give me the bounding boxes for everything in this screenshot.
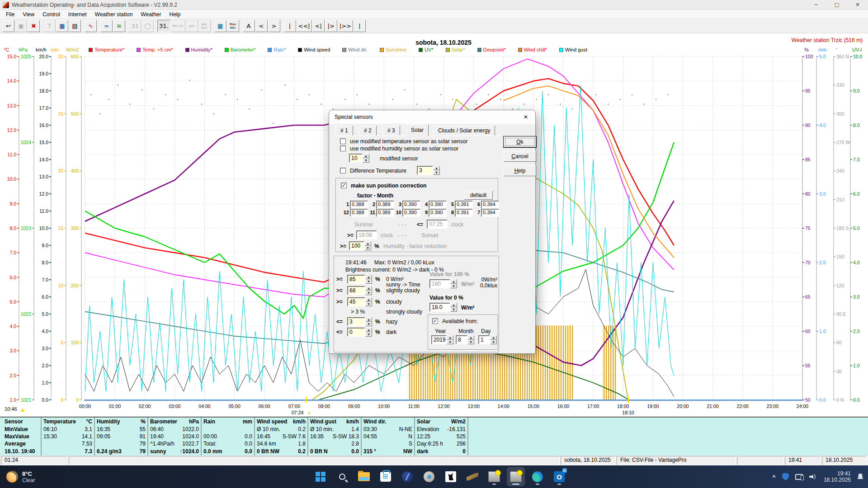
- threshold-slightly-cloudy-field[interactable]: 68: [347, 286, 365, 295]
- threshold-dark-field-spin-up-icon[interactable]: ▲: [365, 328, 372, 332]
- legend-item-wind-gust[interactable]: Wind gust: [559, 47, 587, 52]
- threshold-0-w-m--field-spin-up-icon[interactable]: ▲: [365, 275, 372, 279]
- tab-solar[interactable]: Solar: [406, 124, 429, 136]
- humidity-reduction-field-spin-down-icon[interactable]: ▼: [364, 246, 371, 250]
- file-explorer-icon[interactable]: [355, 468, 373, 486]
- modified-sensor-field-spinner[interactable]: ▲▼: [363, 154, 369, 163]
- day-button[interactable]: 31.: [157, 20, 170, 32]
- sunrise-time-field[interactable]: 07:25: [427, 220, 448, 229]
- notifications-bell-icon[interactable]: [857, 474, 863, 480]
- tray-clock[interactable]: 19:41 18.10.2025: [824, 470, 851, 483]
- minimize-button[interactable]: ─: [806, 0, 826, 10]
- chart-multi-button[interactable]: ≋: [113, 20, 125, 32]
- day-field[interactable]: 1: [478, 335, 490, 344]
- year-field[interactable]: 2019: [431, 335, 447, 344]
- range-start-button[interactable]: |: [284, 20, 296, 32]
- fast-fwd-button[interactable]: |>>: [338, 20, 353, 32]
- step-back-button[interactable]: <|: [312, 20, 325, 32]
- annotate-button[interactable]: A: [243, 20, 255, 32]
- menu-weather-station[interactable]: Weather station: [91, 10, 137, 19]
- threshold-dark-field[interactable]: 0: [347, 328, 365, 337]
- maxmin-button[interactable]: Max Min: [227, 20, 239, 32]
- legend-item-humidity-[interactable]: Humidity*: [185, 47, 212, 52]
- threshold-0-w-m--field-spinner[interactable]: ▲▼: [365, 275, 372, 284]
- factor-row2-field[interactable]: 0.388: [350, 209, 368, 217]
- dialog-titlebar[interactable]: Special sensors ✕: [329, 110, 535, 124]
- legend-item-wind-chill-[interactable]: Wind chill*: [518, 47, 547, 52]
- difference-temperature-field-spin-up-icon[interactable]: ▲: [433, 166, 440, 170]
- threshold-cloudy-field-spinner[interactable]: ▲▼: [365, 297, 372, 306]
- app-animal-icon[interactable]: [442, 468, 459, 486]
- humidity-reduction-field[interactable]: 100: [349, 241, 364, 250]
- year-field-spin-down-icon[interactable]: ▼: [447, 340, 453, 344]
- factor-row1-field[interactable]: 0.388: [350, 201, 368, 209]
- help-button[interactable]: Help: [504, 165, 536, 176]
- display-icon[interactable]: [795, 474, 803, 480]
- factor-row1-field[interactable]: 0.394: [481, 201, 499, 209]
- difference-temperature-checkbox[interactable]: [340, 168, 346, 174]
- threshold-0-w-m--field[interactable]: 85: [347, 275, 365, 284]
- ok-button[interactable]: Ok: [504, 136, 536, 147]
- use-modified-humidity-checkbox[interactable]: [340, 145, 346, 151]
- threshold-slightly-cloudy-field-spin-up-icon[interactable]: ▲: [365, 286, 372, 291]
- factor-row1-field[interactable]: 0.390: [429, 201, 447, 209]
- default-button[interactable]: default: [464, 191, 493, 200]
- humidity-reduction-field-spin-up-icon[interactable]: ▲: [364, 241, 371, 246]
- menu-weather[interactable]: Weather: [137, 10, 165, 19]
- chart-temp-button[interactable]: ∿: [85, 20, 97, 32]
- search-icon[interactable]: [334, 468, 351, 486]
- legend-item-wind-speed[interactable]: Wind speed: [298, 47, 330, 52]
- close-button[interactable]: ✕: [847, 0, 868, 10]
- app-paint-icon[interactable]: [464, 468, 481, 486]
- month-field-spin-up-icon[interactable]: ▲: [467, 335, 474, 340]
- volume-icon[interactable]: [809, 474, 817, 480]
- security-shield-icon[interactable]: [782, 473, 789, 481]
- legend-item-sunshine[interactable]: Sunshine: [380, 47, 406, 52]
- threshold-hazy-field-spinner[interactable]: ▲▼: [365, 317, 372, 326]
- value-for-100-field-spin-up-icon[interactable]: ▲: [450, 279, 457, 284]
- threshold-slightly-cloudy-field-spin-down-icon[interactable]: ▼: [365, 291, 372, 295]
- print-button[interactable]: ▤: [69, 20, 81, 32]
- month-field-spin-down-icon[interactable]: ▼: [467, 340, 474, 344]
- app-blue-circle-icon[interactable]: [399, 468, 416, 486]
- weatherstation-app-icon[interactable]: [486, 468, 503, 486]
- tray-chevron-icon[interactable]: ^: [772, 474, 776, 480]
- factor-row1-field[interactable]: 0.389: [376, 201, 394, 209]
- threshold-slightly-cloudy-field-spinner[interactable]: ▲▼: [365, 286, 372, 295]
- year-field-spinner[interactable]: ▲▼: [447, 335, 453, 344]
- factor-row2-field[interactable]: 0.391: [455, 209, 473, 217]
- cancel-button[interactable]: Cancel: [504, 151, 536, 162]
- available-from-checkbox[interactable]: ✓: [432, 318, 438, 324]
- value-for-0-field-spin-down-icon[interactable]: ▼: [450, 307, 457, 312]
- taskbar-weather-widget[interactable]: 8°C Clear: [6, 470, 35, 483]
- difference-temperature-field-spin-down-icon[interactable]: ▼: [433, 170, 440, 175]
- humidity-reduction-field-spinner[interactable]: ▲▼: [364, 241, 371, 250]
- factor-row2-field[interactable]: 0.390: [429, 209, 447, 217]
- threshold-0-w-m--field-spin-down-icon[interactable]: ▼: [365, 279, 372, 284]
- tab-clouds-solar-energy[interactable]: Clouds / Solar energy: [433, 126, 495, 136]
- factor-row2-field[interactable]: 0.389: [376, 209, 394, 217]
- range-end-button[interactable]: |: [354, 20, 366, 32]
- next-button[interactable]: >: [268, 20, 280, 32]
- tab--3[interactable]: # 3: [382, 126, 400, 136]
- modified-sensor-field-spin-down-icon[interactable]: ▼: [363, 158, 369, 163]
- prev-button[interactable]: <: [255, 20, 268, 32]
- threshold-cloudy-field-spin-down-icon[interactable]: ▼: [365, 302, 372, 306]
- factor-row1-field[interactable]: 0.391: [455, 201, 473, 209]
- threshold-dark-field-spin-down-icon[interactable]: ▼: [365, 332, 372, 337]
- step-fwd-button[interactable]: |>: [325, 20, 337, 32]
- delete-button[interactable]: ✖: [28, 20, 40, 32]
- table-button[interactable]: ▦: [214, 20, 226, 32]
- difference-temperature-field[interactable]: 3: [417, 166, 433, 175]
- modified-sensor-field-spin-up-icon[interactable]: ▲: [363, 154, 369, 158]
- month-field[interactable]: 8: [456, 335, 467, 344]
- menu-internet[interactable]: Internet: [64, 10, 91, 19]
- value-for-100-field-spinner[interactable]: ▲▼: [450, 279, 457, 288]
- tab--2[interactable]: # 2: [359, 126, 377, 136]
- value-for-0-field-spinner[interactable]: ▲▼: [450, 303, 457, 312]
- maximize-button[interactable]: □: [826, 0, 847, 10]
- legend-item-solar-[interactable]: Solar*: [446, 47, 465, 52]
- edit-table-button[interactable]: ▦: [56, 20, 68, 32]
- factor-row2-field[interactable]: 0.390: [402, 209, 420, 217]
- menu-file[interactable]: File: [2, 10, 19, 19]
